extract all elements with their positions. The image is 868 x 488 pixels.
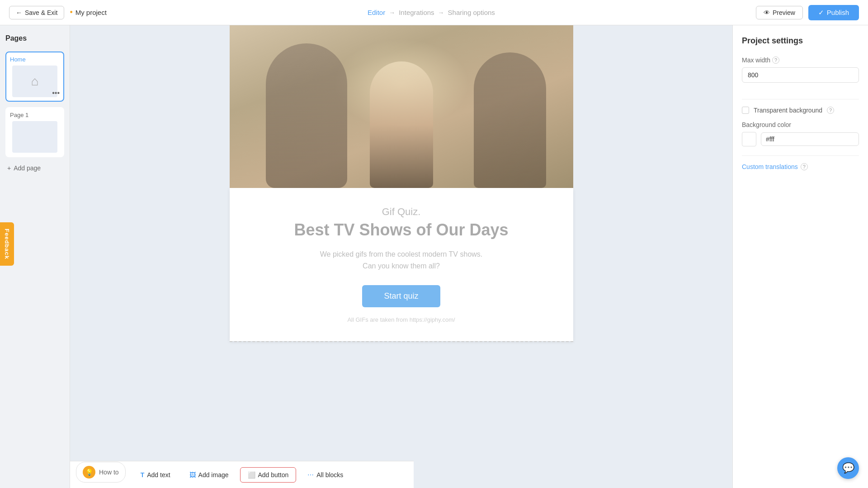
max-width-input[interactable] (742, 67, 859, 83)
quiz-footer: All GIFs are taken from https://giphy.co… (257, 316, 546, 323)
canvas-wrapper: Gif Quiz. Best TV Shows of Our Days We p… (230, 25, 573, 342)
bg-color-swatch[interactable] (742, 132, 756, 146)
add-image-button[interactable]: 🖼 Add image (182, 467, 236, 483)
page-1-thumb (12, 121, 57, 153)
panel-divider-1 (742, 99, 859, 99)
page-home-more-button[interactable]: ••• (52, 89, 60, 97)
nav-editor[interactable]: Editor (368, 9, 385, 16)
hero-figure-center (370, 61, 433, 188)
nav-integrations[interactable]: Integrations (399, 9, 434, 16)
quiz-subtitle-line1: We picked gifs from the coolest modern T… (320, 250, 483, 258)
how-to-label: How to (99, 469, 119, 476)
blocks-icon: ⋯ (307, 471, 314, 479)
start-quiz-button[interactable]: Start quiz (362, 285, 440, 307)
project-name-text: My project (75, 9, 107, 16)
add-page-icon: + (7, 164, 11, 172)
all-blocks-button[interactable]: ⋯ All blocks (300, 467, 351, 483)
page-home-label: Home (10, 56, 26, 63)
save-exit-label: Save & Exit (25, 9, 57, 16)
hero-figure-left (266, 43, 347, 188)
canvas-area: Gif Quiz. Best TV Shows of Our Days We p… (70, 25, 732, 488)
header-right: 👁 Preview ✓ Publish (756, 5, 859, 20)
how-to-button[interactable]: 💡 How to (76, 462, 126, 483)
panel-title: Project settings (742, 36, 859, 46)
nav-sharing[interactable]: Sharing options (448, 9, 495, 16)
content-card: Gif Quiz. Best TV Shows of Our Days We p… (230, 188, 573, 341)
nav-arrow-2: → (438, 9, 444, 16)
custom-translations-help-icon[interactable]: ? (801, 163, 808, 170)
add-button-button[interactable]: ⬜ Add button (240, 467, 297, 483)
chat-icon: 💬 (842, 462, 854, 474)
all-blocks-label: All blocks (316, 471, 343, 479)
transparent-bg-label: Transparent background (754, 107, 822, 114)
canvas-bottom-border (230, 341, 573, 342)
save-exit-button[interactable]: ← Save & Exit (9, 6, 64, 19)
max-width-label: Max width ? (742, 56, 859, 64)
check-icon: ✓ (818, 9, 824, 17)
right-panel: Project settings Max width ? Transparent… (732, 25, 868, 488)
back-arrow-icon: ← (16, 9, 22, 16)
button-icon: ⬜ (248, 471, 255, 479)
header: ← Save & Exit • My project Editor → Inte… (0, 0, 868, 25)
add-image-label: Add image (198, 471, 229, 479)
home-thumb-icon: ⌂ (31, 74, 39, 89)
text-icon: T (141, 471, 145, 479)
hero-image-section (230, 25, 573, 188)
quiz-subtitle: We picked gifs from the coolest modern T… (257, 249, 546, 272)
add-text-label: Add text (147, 471, 170, 479)
transparent-bg-row: Transparent background ? (742, 107, 859, 114)
feedback-tab[interactable]: Feedback (0, 222, 14, 266)
eye-icon: 👁 (764, 9, 770, 16)
page-card-1[interactable]: Page 1 (5, 107, 64, 157)
custom-translations-link[interactable]: Custom translations ? (742, 163, 859, 170)
publish-label: Publish (827, 9, 849, 16)
chat-button[interactable]: 💬 (837, 457, 859, 479)
bg-color-input[interactable] (761, 132, 859, 146)
header-left: ← Save & Exit • My project (9, 6, 107, 19)
add-page-button[interactable]: + Add page (5, 163, 64, 174)
max-width-help-icon[interactable]: ? (772, 56, 779, 64)
add-button-label: Add button (258, 471, 289, 479)
main-layout: Pages Home ⌂ ••• Page 1 + Add page (0, 25, 868, 488)
preview-label: Preview (773, 9, 795, 16)
quiz-title-large: Best TV Shows of Our Days (257, 221, 546, 239)
image-icon: 🖼 (189, 471, 196, 479)
bg-color-row (742, 132, 859, 146)
panel-divider-2 (742, 155, 859, 156)
hero-figure-right (474, 52, 546, 188)
bg-color-label: Background color (742, 121, 859, 128)
quiz-title-small: Gif Quiz. (257, 206, 546, 218)
header-nav: Editor → Integrations → Sharing options (368, 9, 495, 16)
page-1-label: Page 1 (10, 112, 28, 118)
pages-title: Pages (5, 34, 64, 42)
transparent-bg-checkbox[interactable] (742, 107, 749, 114)
page-home-thumb: ⌂ (12, 66, 57, 97)
publish-button[interactable]: ✓ Publish (808, 5, 859, 20)
page-card-home[interactable]: Home ⌂ ••• (5, 52, 64, 102)
custom-translations-label: Custom translations (742, 163, 798, 170)
bulb-icon: 💡 (83, 466, 95, 479)
add-text-button[interactable]: T Add text (133, 467, 178, 483)
transparent-bg-help-icon[interactable]: ? (827, 107, 834, 114)
nav-arrow-1: → (389, 9, 395, 16)
project-name: • My project (70, 8, 107, 17)
add-page-label: Add page (14, 164, 41, 172)
unsaved-dot: • (70, 8, 72, 17)
quiz-subtitle-line2: Can you know them all? (363, 262, 440, 270)
preview-button[interactable]: 👁 Preview (756, 6, 803, 19)
